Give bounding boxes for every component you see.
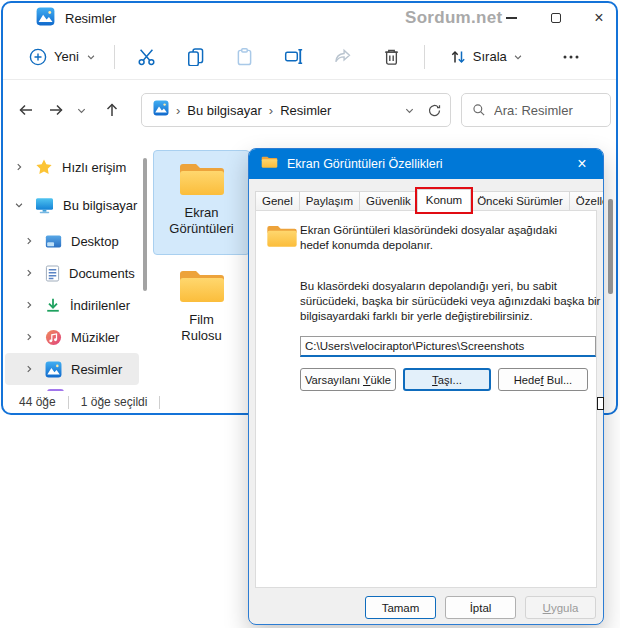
sidebar-item-downloads[interactable]: İndirilenler	[5, 289, 139, 321]
dialog-tabs: Genel Paylaşım Güvenlik Konum Önceki Sür…	[255, 189, 604, 211]
folder-icon	[266, 223, 298, 253]
folder-tile-film-rulosu[interactable]: Film Rulosu	[153, 258, 250, 356]
share-button[interactable]	[321, 38, 365, 76]
find-target-button[interactable]: Hedef Bul...	[498, 368, 588, 391]
chevron-down-icon	[14, 200, 24, 210]
navigation-pane: Hızlı erişim Bu bilgisayar Desktop	[3, 140, 143, 391]
forward-button[interactable]	[41, 95, 71, 125]
move-button[interactable]: Taşı...	[403, 368, 491, 391]
location-buttons: Varsayılanı Yükle Taşı... Hedef Bul...	[300, 368, 588, 391]
maximize-button[interactable]	[540, 3, 572, 33]
pictures-app-icon	[36, 7, 55, 30]
sort-button[interactable]: Sırala	[441, 42, 531, 72]
see-more-button[interactable]	[553, 40, 589, 74]
rename-icon	[284, 47, 303, 66]
star-icon	[35, 158, 53, 176]
cut-icon	[137, 47, 156, 66]
location-path-input[interactable]	[300, 336, 596, 357]
watermark: Sordum.net	[405, 8, 502, 28]
ok-button[interactable]: Tamam	[365, 596, 436, 619]
chevron-right-icon	[24, 268, 34, 278]
paste-icon	[235, 47, 254, 66]
sidebar-scrollbar[interactable]	[143, 158, 147, 291]
paste-button[interactable]	[223, 38, 267, 76]
properties-dialog: Ekran Görüntüleri Özellikleri × Genel Pa…	[248, 148, 604, 625]
chevron-right-icon	[24, 300, 34, 310]
delete-button[interactable]	[370, 38, 414, 76]
music-icon	[45, 329, 62, 346]
cancel-button[interactable]: İptal	[445, 596, 516, 619]
folder-name: Film Rulosu	[169, 312, 235, 344]
folder-icon	[261, 155, 278, 173]
close-icon: ×	[577, 155, 586, 173]
folder-icon	[178, 160, 226, 202]
location-tab-panel: Ekran Görüntüleri klasöründeki dosyalar …	[255, 210, 597, 588]
sidebar-item-label: Documents	[69, 266, 135, 281]
address-dropdown-icon[interactable]	[404, 105, 415, 116]
content-scrollbar[interactable]	[608, 199, 613, 294]
tab-konum[interactable]: Konum	[417, 189, 471, 212]
sidebar-item-label: Hızlı erişim	[62, 160, 126, 175]
close-button[interactable]: ×	[583, 3, 615, 33]
new-button[interactable]: Yeni	[21, 42, 104, 72]
tab-ozellestir[interactable]: Özelleştir	[569, 191, 604, 211]
documents-icon	[45, 265, 60, 282]
intro-line: hedef konumda depolanır.	[300, 239, 433, 251]
sidebar-item-label: Desktop	[71, 234, 119, 249]
search-icon	[472, 103, 486, 117]
tab-paylasim[interactable]: Paylaşım	[299, 191, 360, 211]
intro-line: Ekran Görüntüleri klasöründeki dosyalar …	[300, 224, 557, 236]
restore-default-button[interactable]: Varsayılanı Yükle	[300, 368, 396, 391]
address-bar[interactable]: › Bu bilgisayar › Resimler	[141, 93, 451, 127]
breadcrumb-separator-icon: ›	[176, 103, 180, 118]
sidebar-item-desktop[interactable]: Desktop	[5, 225, 139, 257]
chevron-down-icon	[76, 105, 87, 116]
dialog-close-button[interactable]: ×	[561, 149, 603, 179]
chevron-right-icon	[24, 332, 34, 342]
search-input[interactable]	[494, 103, 594, 118]
toolbar-divider	[114, 45, 115, 69]
up-button[interactable]	[97, 95, 127, 125]
folder-tile-screenshots[interactable]: Ekran Görüntüleri	[153, 150, 250, 255]
sidebar-item-quick-access[interactable]: Hızlı erişim	[5, 151, 139, 183]
window-title: Resimler	[65, 11, 116, 26]
chevron-down-icon	[86, 52, 96, 62]
breadcrumb-separator-icon: ›	[269, 103, 273, 118]
refresh-icon[interactable]	[427, 103, 442, 118]
sort-button-label: Sırala	[473, 49, 507, 64]
description-line: bilgisayardaki farklı bir yerle değiştir…	[300, 310, 533, 322]
copy-icon	[186, 47, 205, 66]
sidebar-item-label: İndirilenler	[70, 298, 130, 313]
chevron-right-icon	[24, 236, 34, 246]
address-row: › Bu bilgisayar › Resimler	[3, 81, 616, 139]
toolbar-divider	[424, 45, 425, 69]
sort-icon	[449, 48, 467, 66]
maximize-icon	[551, 13, 561, 23]
rename-button[interactable]	[272, 38, 316, 76]
selection-count: 1 öğe seçildi	[81, 395, 148, 409]
tab-onceki-surumler[interactable]: Önceki Sürümler	[470, 191, 570, 211]
close-icon: ×	[594, 10, 603, 26]
back-button[interactable]	[11, 95, 41, 125]
tab-guvenlik[interactable]: Güvenlik	[359, 191, 418, 211]
description-line: Bu klasördeki dosyaların depolandığı yer…	[300, 280, 557, 292]
search-box[interactable]	[461, 93, 611, 127]
sidebar-item-music[interactable]: Müzikler	[5, 321, 139, 353]
more-icon	[562, 54, 580, 60]
minimize-button[interactable]	[495, 3, 527, 33]
cut-button[interactable]	[125, 38, 169, 76]
breadcrumb-pictures[interactable]: Resimler	[280, 103, 331, 118]
status-divider	[159, 396, 160, 409]
item-count: 44 öğe	[19, 395, 56, 409]
sidebar-item-label: Resimler	[71, 362, 122, 377]
tab-genel[interactable]: Genel	[255, 191, 300, 211]
recent-locations-button[interactable]	[71, 95, 91, 125]
sidebar-item-pictures[interactable]: Resimler	[5, 353, 139, 385]
dialog-title: Ekran Görüntüleri Özellikleri	[287, 157, 443, 171]
sidebar-item-this-pc[interactable]: Bu bilgisayar	[5, 189, 139, 221]
sidebar-item-documents[interactable]: Documents	[5, 257, 139, 289]
breadcrumb-this-pc[interactable]: Bu bilgisayar	[187, 103, 261, 118]
copy-button[interactable]	[174, 38, 218, 76]
dialog-footer: Tamam İptal Uygula	[365, 596, 596, 619]
folder-icon	[178, 267, 226, 309]
